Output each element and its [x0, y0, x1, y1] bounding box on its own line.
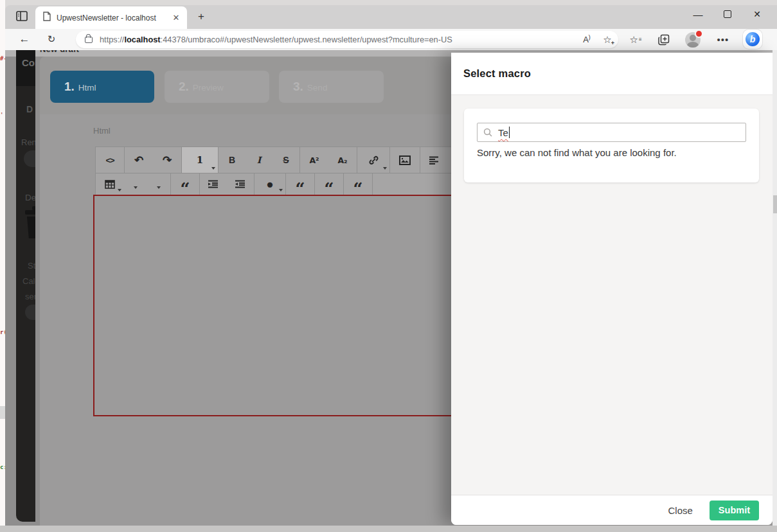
- toolbar-group: “: [344, 173, 373, 195]
- step-tab-preview[interactable]: 2. Preview: [165, 71, 269, 103]
- close-button[interactable]: Close: [668, 505, 693, 516]
- tab-title: UpwestNewsletter - localhost: [57, 13, 169, 22]
- blockquote-icon[interactable]: “: [171, 173, 199, 195]
- toolbar-group: A²A₂: [300, 147, 357, 173]
- browser-tab[interactable]: UpwestNewsletter - localhost ✕: [35, 6, 187, 29]
- image-icon[interactable]: [390, 147, 420, 173]
- macro-search-card: Te Sorry, we can not find what you are l…: [464, 109, 759, 182]
- back-button[interactable]: ←: [17, 31, 32, 47]
- window-bottom-edge: [0, 526, 777, 532]
- bing-logo: b: [746, 32, 760, 46]
- toolbar-group: “: [286, 173, 315, 195]
- dimmed-text-fragment: St: [28, 261, 35, 270]
- macro-panel-footer: Close Submit: [451, 495, 773, 525]
- search-value: Te: [498, 127, 508, 138]
- favorites-icon[interactable]: ☆≡: [626, 31, 645, 48]
- chevron-down-icon: [118, 189, 121, 191]
- collections-icon[interactable]: [654, 31, 674, 48]
- notification-dot: [695, 30, 703, 38]
- italic-icon[interactable]: I: [246, 147, 272, 173]
- viewport-scrollbar[interactable]: [773, 50, 777, 526]
- code-text-fragment: c:: [0, 464, 5, 470]
- background-code-editor-sliver: #-'r(c:: [0, 0, 5, 532]
- toolbar-group: “: [171, 173, 200, 195]
- bold-icon[interactable]: B: [219, 147, 246, 173]
- code-sliver-band: [0, 406, 5, 419]
- toolbar-group: “: [315, 173, 344, 195]
- toolbar-group: [390, 147, 420, 173]
- search-icon: [483, 128, 492, 137]
- blockquote-icon[interactable]: “: [315, 173, 343, 195]
- toolbar-group: ●: [255, 173, 286, 195]
- code-text-fragment: ': [0, 112, 3, 118]
- tab-close-icon[interactable]: ✕: [169, 11, 183, 25]
- empty-results-message: Sorry, we can not find what you are look…: [477, 147, 677, 158]
- outdent-icon[interactable]: [227, 173, 254, 195]
- blockquote-icon[interactable]: “: [286, 173, 314, 195]
- step-tab-html[interactable]: 1. Html: [50, 71, 154, 103]
- toolbar-group: <>: [96, 147, 125, 173]
- umbraco-side-rail-dimmed: ConDRenDeStCaleser: [16, 50, 35, 522]
- dimmed-text-fragment: De: [25, 193, 35, 202]
- macro-search-input[interactable]: Te: [477, 123, 746, 142]
- toolbar-group: [200, 173, 255, 195]
- toolbar-group: BIS: [219, 147, 300, 173]
- lock-icon: [85, 37, 93, 43]
- window-minimize-button[interactable]: —: [688, 6, 708, 22]
- select-macro-panel: Select macro Te Sorry, we can not find w…: [451, 53, 773, 525]
- add-favorite-icon[interactable]: ☆+: [596, 31, 618, 48]
- dimmed-pill-shape: [25, 305, 35, 320]
- dropdown-icon[interactable]: [124, 173, 147, 195]
- page-favicon-icon: [43, 12, 51, 24]
- address-bar[interactable]: https://localhost:44378/umbraco#/upwestN…: [76, 31, 618, 48]
- browser-menu-icon[interactable]: •••: [713, 31, 733, 48]
- url-text: https://localhost:44378/umbraco#/upwestN…: [100, 35, 577, 44]
- toolbar-group: 1: [182, 147, 219, 173]
- indent-icon[interactable]: [200, 173, 227, 195]
- table-icon[interactable]: [96, 173, 124, 195]
- dimmed-text-fragment: Cale: [22, 276, 35, 286]
- scrollbar-thumb[interactable]: [773, 195, 777, 213]
- vertical-tabs-icon[interactable]: [14, 8, 30, 24]
- macro-panel-header: Select macro: [451, 53, 773, 95]
- subscript-icon[interactable]: A₂: [328, 147, 357, 173]
- read-aloud-icon[interactable]: A): [577, 31, 596, 48]
- refresh-button[interactable]: ↻: [44, 31, 59, 47]
- redo-icon[interactable]: ↷: [153, 147, 181, 173]
- side-rail-header: [16, 50, 35, 86]
- bing-chat-icon[interactable]: b: [743, 30, 762, 49]
- blockquote-icon[interactable]: “: [344, 173, 372, 195]
- profile-avatar[interactable]: [683, 31, 702, 48]
- dimmed-text-fragment: ser: [25, 292, 35, 301]
- toolbar-group: ↶↷: [125, 147, 182, 173]
- undo-icon[interactable]: ↶: [125, 147, 153, 173]
- dimmed-pill-shape: [24, 150, 35, 167]
- step-tab-send[interactable]: 3. Send: [279, 71, 384, 103]
- strikethrough-icon[interactable]: S: [272, 147, 299, 173]
- window-maximize-button[interactable]: [717, 6, 738, 22]
- dimmed-text-fragment: D: [26, 104, 33, 114]
- html-field-label: Html: [93, 126, 111, 136]
- text-caret: [509, 127, 510, 138]
- format-paragraph-icon[interactable]: 1: [182, 147, 218, 173]
- chevron-down-icon: [383, 167, 387, 170]
- toolbar-group: [96, 173, 171, 195]
- screen: #-'r(c: UpwestNewsletter - localhost ✕ +…: [0, 0, 777, 532]
- align-left-icon[interactable]: [420, 147, 447, 173]
- link-icon[interactable]: [357, 147, 389, 173]
- chevron-down-icon: [279, 189, 283, 191]
- content-name-clipped: New draft: [40, 50, 111, 56]
- chevron-down-icon: [134, 186, 138, 189]
- superscript-icon[interactable]: A²: [300, 147, 328, 173]
- source-code-icon[interactable]: <>: [96, 147, 124, 173]
- macro-panel-title: Select macro: [463, 67, 531, 80]
- chevron-down-icon: [211, 167, 215, 170]
- window-close-button[interactable]: ✕: [747, 6, 767, 22]
- dropdown-icon[interactable]: [147, 173, 170, 195]
- chevron-down-icon: [157, 186, 161, 189]
- new-tab-button[interactable]: +: [193, 9, 209, 24]
- trash-icon: [24, 206, 35, 242]
- submit-button[interactable]: Submit: [710, 501, 759, 520]
- dimmed-text-fragment: Ren: [21, 137, 35, 147]
- color-circle-icon[interactable]: ●: [255, 173, 285, 195]
